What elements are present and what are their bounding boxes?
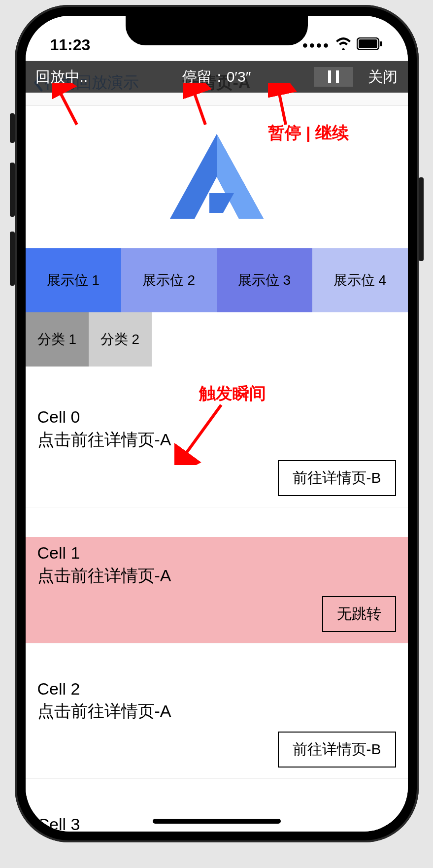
- banner-label: 展示位 4: [333, 271, 386, 290]
- replay-status-label: 回放中..: [35, 67, 88, 87]
- logo-area: [26, 105, 408, 248]
- pause-icon: [328, 70, 339, 83]
- spacer: [26, 779, 408, 808]
- category-row: 分类 1 分类 2: [26, 312, 408, 367]
- status-right: ●●●●: [302, 36, 383, 54]
- close-button[interactable]: 关闭: [368, 67, 398, 87]
- cell-subtitle: 点击前往详情页-A: [37, 700, 396, 723]
- cell-action-button[interactable]: 前往详情页-B: [278, 460, 396, 496]
- spacer: [26, 643, 408, 673]
- cell-subtitle: 点击前往详情页-A: [37, 565, 396, 587]
- category-tab-2[interactable]: 分类 2: [89, 312, 152, 367]
- replay-stay-label: 停留：0′3″: [182, 67, 251, 87]
- category-label: 分类 2: [100, 330, 139, 349]
- spacer: [26, 367, 408, 401]
- banner-label: 展示位 2: [142, 271, 195, 290]
- spacer: [26, 507, 408, 537]
- cell-title: Cell 0: [37, 406, 396, 429]
- banner-slot-3[interactable]: 展示位 3: [217, 248, 312, 312]
- side-button: [10, 232, 15, 286]
- cell-title: Cell 2: [37, 678, 396, 701]
- svg-marker-5: [209, 193, 234, 213]
- cell-subtitle: 点击前往详情页-A: [37, 429, 396, 451]
- banner-label: 展示位 1: [47, 271, 100, 290]
- notch: [126, 16, 308, 45]
- banner-slot-4[interactable]: 展示位 4: [312, 248, 408, 312]
- category-label: 分类 1: [37, 330, 76, 349]
- cell-action-button[interactable]: 前往详情页-B: [278, 732, 396, 768]
- category-tab-1[interactable]: 分类 1: [26, 312, 89, 367]
- side-button: [419, 177, 424, 261]
- screen: 11:23 ●●●● 回放中.. 停留：0′3″ 关闭: [26, 16, 408, 832]
- list-cell-1[interactable]: Cell 1 点击前往详情页-A 无跳转: [26, 537, 408, 643]
- home-indicator: [153, 819, 281, 824]
- cellular-dots-icon: ●●●●: [302, 39, 330, 51]
- replay-bar: 回放中.. 停留：0′3″ 关闭: [26, 61, 408, 93]
- cell-action-button[interactable]: 无跳转: [322, 596, 396, 632]
- banner-slot-1[interactable]: 展示位 1: [26, 248, 121, 312]
- banner-slot-2[interactable]: 展示位 2: [121, 248, 217, 312]
- svg-rect-2: [380, 41, 382, 46]
- list-cell-2[interactable]: Cell 2 点击前往详情页-A 前往详情页-B: [26, 673, 408, 779]
- banner-label: 展示位 3: [238, 271, 291, 290]
- side-button: [10, 163, 15, 217]
- side-button: [10, 113, 15, 143]
- phone-frame: 11:23 ●●●● 回放中.. 停留：0′3″ 关闭: [15, 5, 419, 842]
- app-logo-icon: [160, 130, 273, 224]
- svg-rect-1: [359, 39, 377, 48]
- pause-button[interactable]: [314, 67, 353, 87]
- cell-title: Cell 1: [37, 542, 396, 565]
- battery-icon: [357, 36, 383, 54]
- wifi-icon: [335, 36, 352, 54]
- status-time: 11:23: [50, 36, 91, 54]
- banner-row: 展示位 1 展示位 2 展示位 3 展示位 4: [26, 248, 408, 312]
- list-cell-0[interactable]: Cell 0 点击前往详情页-A 前往详情页-B: [26, 401, 408, 507]
